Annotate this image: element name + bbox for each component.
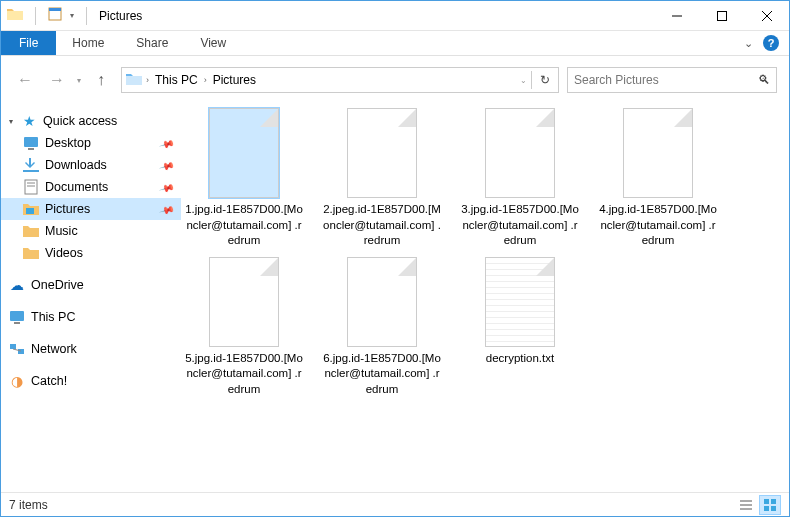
up-button[interactable]: ↑ [89, 71, 113, 89]
tab-view[interactable]: View [184, 31, 242, 55]
sidebar-item-label: Documents [45, 180, 108, 194]
file-item[interactable]: 2.jpeg.id-1E857D00.[Moncler@tutamail.com… [323, 108, 441, 249]
svg-rect-16 [18, 349, 24, 354]
back-button[interactable]: ← [13, 71, 37, 89]
sidebar-this-pc[interactable]: This PC [1, 306, 181, 328]
svg-rect-23 [764, 506, 769, 511]
details-view-button[interactable] [735, 495, 757, 515]
separator [531, 71, 532, 89]
blank-file-icon [209, 257, 279, 347]
file-name: 1.jpg.id-1E857D00.[Moncler@tutamail.com]… [185, 202, 303, 249]
breadcrumb[interactable]: This PC [153, 73, 200, 87]
close-button[interactable] [744, 1, 789, 30]
file-item[interactable]: 6.jpg.id-1E857D00.[Moncler@tutamail.com]… [323, 257, 441, 398]
sidebar-onedrive[interactable]: ☁ OneDrive [1, 274, 181, 296]
maximize-button[interactable] [699, 1, 744, 30]
sidebar-item-downloads[interactable]: Downloads 📌 [1, 154, 181, 176]
status-bar: 7 items [1, 492, 789, 516]
file-item[interactable]: 3.jpg.id-1E857D00.[Moncler@tutamail.com]… [461, 108, 579, 249]
svg-rect-9 [25, 180, 37, 194]
blank-file-icon [485, 108, 555, 198]
breadcrumb[interactable]: Pictures [211, 73, 258, 87]
chevron-right-icon[interactable]: › [200, 75, 211, 85]
file-name: 4.jpg.id-1E857D00.[Moncler@tutamail.com]… [599, 202, 717, 249]
folder-icon [126, 72, 142, 89]
address-bar[interactable]: › This PC › Pictures ⌄ ↻ [121, 67, 559, 93]
pin-icon: 📌 [159, 135, 175, 151]
separator [86, 7, 87, 25]
sidebar-item-music[interactable]: Music [1, 220, 181, 242]
file-name: 6.jpg.id-1E857D00.[Moncler@tutamail.com]… [323, 351, 441, 398]
chevron-down-icon[interactable]: ▾ [9, 117, 13, 126]
title-bar: ▾ Pictures [1, 1, 789, 31]
svg-rect-8 [23, 170, 39, 172]
help-icon[interactable]: ? [763, 35, 779, 51]
file-tab[interactable]: File [1, 31, 56, 55]
history-dropdown-icon[interactable]: ▾ [77, 76, 81, 85]
svg-rect-21 [764, 499, 769, 504]
sidebar-item-label: Music [45, 224, 78, 238]
sidebar-item-pictures[interactable]: Pictures 📌 [1, 198, 181, 220]
icons-view-button[interactable] [759, 495, 781, 515]
videos-icon [23, 245, 39, 261]
file-item[interactable]: 1.jpg.id-1E857D00.[Moncler@tutamail.com]… [185, 108, 303, 249]
file-list[interactable]: 1.jpg.id-1E857D00.[Moncler@tutamail.com]… [181, 102, 789, 492]
qat-dropdown-icon[interactable]: ▾ [70, 11, 74, 20]
file-item[interactable]: 4.jpg.id-1E857D00.[Moncler@tutamail.com]… [599, 108, 717, 249]
search-icon[interactable]: 🔍︎ [758, 73, 770, 87]
properties-icon[interactable] [48, 7, 62, 25]
svg-rect-14 [14, 322, 20, 324]
navigation-pane: ▾ ★ Quick access Desktop 📌 Downloads 📌 D… [1, 102, 181, 492]
separator [35, 7, 36, 25]
svg-rect-1 [49, 8, 61, 11]
sidebar-item-label: OneDrive [31, 278, 84, 292]
file-name: 2.jpeg.id-1E857D00.[Moncler@tutamail.com… [323, 202, 441, 249]
item-count: 7 items [9, 498, 48, 512]
file-name: 3.jpg.id-1E857D00.[Moncler@tutamail.com]… [461, 202, 579, 249]
sidebar-item-label: Catch! [31, 374, 67, 388]
sidebar-network[interactable]: Network [1, 338, 181, 360]
pin-icon: 📌 [159, 157, 175, 173]
address-dropdown-icon[interactable]: ⌄ [520, 76, 527, 85]
minimize-button[interactable] [654, 1, 699, 30]
cloud-icon: ☁ [9, 277, 25, 293]
forward-button[interactable]: → [45, 71, 69, 89]
sidebar-item-label: Pictures [45, 202, 90, 216]
navigation-row: ← → ▾ ↑ › This PC › Pictures ⌄ ↻ Search … [13, 62, 777, 98]
sidebar-item-label: Desktop [45, 136, 91, 150]
sidebar-item-label: Downloads [45, 158, 107, 172]
svg-rect-22 [771, 499, 776, 504]
chevron-right-icon[interactable]: › [142, 75, 153, 85]
file-item[interactable]: decryption.txt [461, 257, 579, 398]
downloads-icon [23, 157, 39, 173]
sidebar-item-documents[interactable]: Documents 📌 [1, 176, 181, 198]
file-name: decryption.txt [486, 351, 554, 367]
catch-icon: ◑ [9, 373, 25, 389]
svg-rect-3 [717, 11, 726, 20]
sidebar-item-label: Videos [45, 246, 83, 260]
pictures-icon [23, 201, 39, 217]
tab-home[interactable]: Home [56, 31, 120, 55]
network-icon [9, 341, 25, 357]
ribbon-expand-icon[interactable]: ⌄ [744, 37, 753, 50]
sidebar-catch[interactable]: ◑ Catch! [1, 370, 181, 392]
file-item[interactable]: 5.jpg.id-1E857D00.[Moncler@tutamail.com]… [185, 257, 303, 398]
sidebar-item-desktop[interactable]: Desktop 📌 [1, 132, 181, 154]
sidebar-item-videos[interactable]: Videos [1, 242, 181, 264]
folder-icon [7, 7, 23, 25]
search-input[interactable]: Search Pictures 🔍︎ [567, 67, 777, 93]
svg-rect-12 [26, 208, 34, 214]
sidebar-item-label: Network [31, 342, 77, 356]
blank-file-icon [347, 257, 417, 347]
sidebar-item-label: This PC [31, 310, 75, 324]
sidebar-quick-access[interactable]: ▾ ★ Quick access [1, 110, 181, 132]
desktop-icon [23, 135, 39, 151]
svg-rect-15 [10, 344, 16, 349]
text-file-icon [485, 257, 555, 347]
svg-rect-6 [24, 137, 38, 147]
pin-icon: 📌 [159, 179, 175, 195]
refresh-icon[interactable]: ↻ [536, 73, 554, 87]
search-placeholder: Search Pictures [574, 73, 659, 87]
blank-file-icon [209, 108, 279, 198]
tab-share[interactable]: Share [120, 31, 184, 55]
